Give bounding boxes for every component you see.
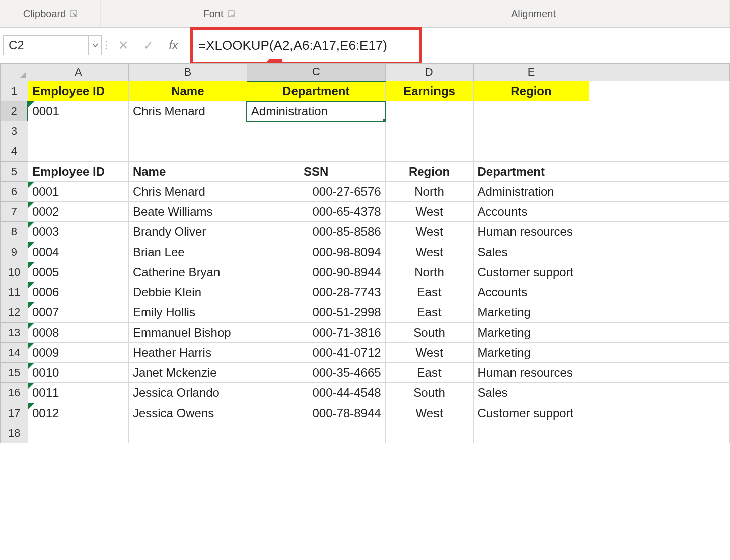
row-header[interactable]: 9 <box>1 242 28 262</box>
cell[interactable] <box>128 121 247 141</box>
cell[interactable]: Heather Harris <box>128 343 247 363</box>
cell[interactable]: 000-35-4665 <box>247 363 385 383</box>
cell[interactable] <box>473 101 589 121</box>
row-header[interactable]: 13 <box>1 323 28 343</box>
cell[interactable]: Accounts <box>473 202 589 222</box>
cell[interactable]: Customer support <box>473 262 589 282</box>
cell[interactable]: South <box>385 323 473 343</box>
row-header[interactable]: 3 <box>1 121 28 141</box>
cell[interactable]: Employee ID <box>28 81 128 101</box>
select-all-corner[interactable] <box>1 64 28 81</box>
cell[interactable]: SSN <box>247 162 385 182</box>
table-row[interactable]: 120007Emily Hollis000-51-2998EastMarketi… <box>1 302 730 323</box>
table-row[interactable]: 3 <box>1 121 730 141</box>
cell[interactable] <box>589 423 730 443</box>
cell[interactable]: West <box>385 222 473 242</box>
cell[interactable] <box>589 222 730 242</box>
cell[interactable]: East <box>385 302 473 323</box>
cell[interactable] <box>589 121 730 141</box>
name-box-dropdown[interactable] <box>89 35 102 55</box>
cell[interactable]: 000-78-8944 <box>247 403 385 423</box>
cell[interactable] <box>385 423 473 443</box>
col-header-E[interactable]: E <box>473 64 589 81</box>
cell[interactable]: 0011 <box>28 383 128 403</box>
cell[interactable]: Department <box>473 162 589 182</box>
table-row[interactable]: 60001Chris Menard000-27-6576NorthAdminis… <box>1 182 730 202</box>
table-row[interactable]: 70002Beate Williams000-65-4378WestAccoun… <box>1 202 730 222</box>
enter-button[interactable]: ✓ <box>136 37 161 54</box>
cell[interactable] <box>589 262 730 282</box>
cell[interactable] <box>589 101 730 121</box>
cell[interactable]: South <box>385 383 473 403</box>
cell[interactable]: 0009 <box>28 343 128 363</box>
cell[interactable] <box>589 383 730 403</box>
cell[interactable]: East <box>385 363 473 383</box>
cell[interactable]: Brian Lee <box>128 242 247 262</box>
row-header[interactable]: 5 <box>1 162 28 182</box>
row-header[interactable]: 4 <box>1 141 28 162</box>
col-header-D[interactable]: D <box>385 64 473 81</box>
cell-active[interactable]: Administration <box>247 101 385 121</box>
table-row[interactable]: 2 0001 Chris Menard Administration <box>1 101 730 121</box>
cell[interactable]: Sales <box>473 242 589 262</box>
row-header[interactable]: 16 <box>1 383 28 403</box>
table-row[interactable]: 150010Janet Mckenzie000-35-4665EastHuman… <box>1 363 730 383</box>
cell[interactable] <box>28 141 128 162</box>
cell[interactable]: 0001 <box>28 101 128 121</box>
table-row[interactable]: 160011Jessica Orlando000-44-4548SouthSal… <box>1 383 730 403</box>
table-row[interactable]: 4 <box>1 141 730 162</box>
cell[interactable] <box>589 81 730 101</box>
row-header[interactable]: 15 <box>1 363 28 383</box>
cell[interactable] <box>589 323 730 343</box>
table-row[interactable]: 5 Employee ID Name SSN Region Department <box>1 162 730 182</box>
cell[interactable]: Marketing <box>473 323 589 343</box>
table-row[interactable]: 170012Jessica Owens000-78-8944WestCustom… <box>1 403 730 423</box>
cell[interactable]: Human resources <box>473 222 589 242</box>
cell[interactable]: 000-90-8944 <box>247 262 385 282</box>
cell[interactable]: Janet Mckenzie <box>128 363 247 383</box>
cell[interactable]: 000-28-7743 <box>247 282 385 302</box>
ribbon-group-clipboard[interactable]: Clipboard <box>0 0 101 27</box>
cell[interactable] <box>385 141 473 162</box>
fx-button[interactable]: fx <box>161 37 186 54</box>
cell[interactable]: Marketing <box>473 302 589 323</box>
table-row[interactable]: 1 Employee ID Name Department Earnings R… <box>1 81 730 101</box>
column-headers[interactable]: A B C D E <box>1 64 730 81</box>
cell[interactable] <box>589 403 730 423</box>
cell[interactable]: 000-71-3816 <box>247 323 385 343</box>
cell[interactable]: Debbie Klein <box>128 282 247 302</box>
cell[interactable]: West <box>385 202 473 222</box>
row-header[interactable]: 7 <box>1 202 28 222</box>
cell[interactable]: Administration <box>473 182 589 202</box>
row-header[interactable]: 1 <box>1 81 28 101</box>
cell[interactable]: 0005 <box>28 262 128 282</box>
table-row[interactable]: 80003Brandy Oliver000-85-8586WestHuman r… <box>1 222 730 242</box>
cell[interactable]: Region <box>473 81 589 101</box>
cell[interactable]: Name <box>128 162 247 182</box>
cell[interactable]: 000-98-8094 <box>247 242 385 262</box>
cell[interactable]: Beate Williams <box>128 202 247 222</box>
ribbon-group-font[interactable]: Font <box>101 0 337 27</box>
cell[interactable]: 0010 <box>28 363 128 383</box>
cell[interactable] <box>589 182 730 202</box>
cell[interactable]: 0006 <box>28 282 128 302</box>
col-header-blank[interactable] <box>589 64 730 81</box>
table-row[interactable]: 90004Brian Lee000-98-8094WestSales <box>1 242 730 262</box>
row-header[interactable]: 12 <box>1 302 28 323</box>
cell[interactable]: 000-41-0712 <box>247 343 385 363</box>
cell[interactable]: 0003 <box>28 222 128 242</box>
cell[interactable]: 000-85-8586 <box>247 222 385 242</box>
table-row[interactable]: 100005Catherine Bryan000-90-8944NorthCus… <box>1 262 730 282</box>
cell[interactable]: 000-51-2998 <box>247 302 385 323</box>
cell[interactable] <box>385 121 473 141</box>
cell[interactable]: 0007 <box>28 302 128 323</box>
cell[interactable]: Jessica Owens <box>128 403 247 423</box>
cell[interactable] <box>473 423 589 443</box>
cell[interactable]: Human resources <box>473 363 589 383</box>
cell[interactable] <box>247 141 385 162</box>
cell[interactable] <box>589 363 730 383</box>
name-box[interactable] <box>3 35 89 55</box>
cell[interactable]: West <box>385 343 473 363</box>
cell[interactable]: Employee ID <box>28 162 128 182</box>
table-row[interactable]: 130008Emmanuel Bishop000-71-3816SouthMar… <box>1 323 730 343</box>
